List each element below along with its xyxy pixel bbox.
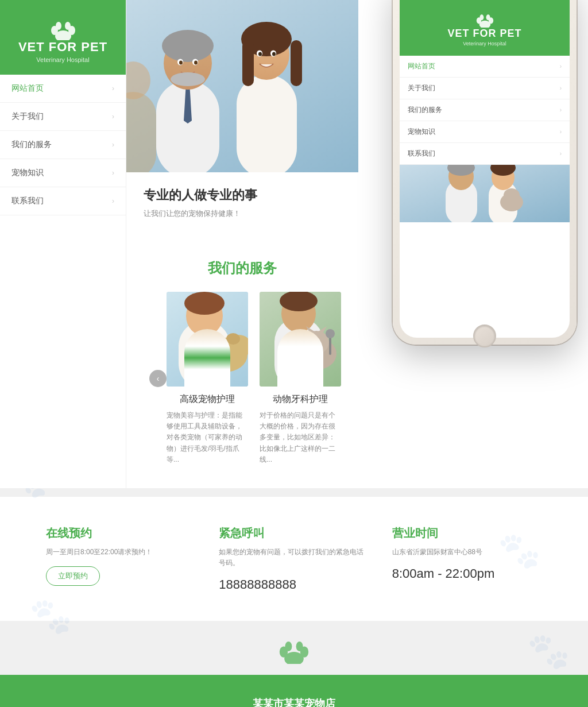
sidebar-logo: VET FOR PET Veterinary Hospital bbox=[0, 0, 126, 75]
emergency-text: 如果您的宠物有问题，可以拨打我们的紧急电话号码。 bbox=[219, 547, 369, 569]
service-name-1: 动物牙科护理 bbox=[260, 393, 341, 405]
service-desc-0: 宠物美容与护理：是指能够使用工具及辅助设备，对各类宠物（可家养的动物）进行毛发/… bbox=[167, 410, 248, 465]
phone-nav-home[interactable]: 网站首页› bbox=[400, 56, 570, 78]
svg-point-46 bbox=[479, 14, 483, 20]
service-image-0 bbox=[167, 292, 248, 387]
phone-home-button[interactable] bbox=[473, 324, 496, 347]
svg-point-38 bbox=[304, 331, 329, 354]
svg-rect-24 bbox=[126, 92, 156, 172]
service-card-1: 动物牙科护理 对于价格的问题只是有个大概的价格，因为存在很多变量，比如地区差异：… bbox=[260, 292, 341, 465]
hours-value: 8:00am - 22:00pm bbox=[392, 566, 542, 581]
phone-nav-about[interactable]: 关于我们› bbox=[400, 78, 570, 99]
logo-subtitle: Veterinary Hospital bbox=[36, 56, 89, 63]
svg-rect-48 bbox=[400, 165, 570, 222]
svg-point-13 bbox=[194, 61, 198, 65]
phone-nav-contact[interactable]: 联系我们› bbox=[400, 143, 570, 165]
service-card-0: 高级宠物护理 宠物美容与护理：是指能够使用工具及辅助设备，对各类宠物（可家养的动… bbox=[167, 292, 248, 465]
hero-image bbox=[126, 0, 358, 172]
mobile-mockup-column: VET FOR PET Veterinary Hospital 网站首页› 关于… bbox=[358, 0, 588, 488]
phone-nav-arrow-2: › bbox=[560, 107, 562, 113]
svg-point-32 bbox=[226, 333, 240, 345]
phone-nav-services[interactable]: 我们的服务› bbox=[400, 99, 570, 121]
nav-arrow-2: › bbox=[112, 141, 114, 149]
phone-nav-arrow-3: › bbox=[560, 129, 562, 135]
phone-nav-arrow-4: › bbox=[560, 150, 562, 157]
svg-point-22 bbox=[258, 52, 262, 56]
phone-hero-image bbox=[400, 165, 570, 222]
footer-logo-area: 某某市某某宠物店 Veterinary Hospital bbox=[11, 692, 577, 707]
nav-arrow-0: › bbox=[112, 84, 114, 92]
svg-rect-18 bbox=[242, 40, 254, 86]
svg-point-14 bbox=[171, 72, 205, 86]
nav-arrow-3: › bbox=[112, 169, 114, 177]
phone-logo: VET FOR PET Veterinary Hospital bbox=[400, 0, 570, 56]
hero-text-area: 专业的人做专业的事 让我们让您的宠物保持健康！ bbox=[126, 172, 358, 233]
svg-point-9 bbox=[162, 30, 214, 62]
svg-point-29 bbox=[184, 292, 225, 315]
emergency-title: 紧急呼叫 bbox=[219, 526, 369, 541]
svg-point-56 bbox=[504, 188, 520, 202]
services-grid: 高级宠物护理 宠物美容与护理：是指能够使用工具及辅助设备，对各类宠物（可家养的动… bbox=[167, 292, 341, 465]
logo-title: VET FOR PET bbox=[18, 40, 107, 54]
svg-point-42 bbox=[326, 329, 335, 338]
info-hours: 营业时间 山东省沂蒙国际财富中心88号 8:00am - 22:00pm bbox=[392, 526, 542, 592]
appointment-title: 在线预约 bbox=[46, 526, 196, 541]
hero-tagline: 专业的人做专业的事 bbox=[144, 187, 341, 204]
phone-content: VET FOR PET Veterinary Hospital 网站首页› 关于… bbox=[400, 0, 570, 323]
nav-item-contact[interactable]: 联系我们› bbox=[0, 187, 126, 215]
phone-logo-subtitle: Veterinary Hospital bbox=[463, 41, 506, 47]
phone-nav: 网站首页› 关于我们› 我们的服务› 宠物知识› bbox=[400, 56, 570, 165]
svg-point-47 bbox=[486, 14, 490, 20]
nav-arrow-1: › bbox=[112, 113, 114, 121]
nav-item-knowledge[interactable]: 宠物知识› bbox=[0, 159, 126, 187]
hours-address: 山东省沂蒙国际财富中心88号 bbox=[392, 547, 542, 558]
service-name-0: 高级宠物护理 bbox=[167, 393, 248, 405]
nav-item-services[interactable]: 我们的服务› bbox=[0, 131, 126, 159]
service-image-1 bbox=[260, 292, 341, 387]
service-desc-1: 对于价格的问题只是有个大概的价格，因为存在很多变量，比如地区差异：比如像北上广这… bbox=[260, 410, 341, 465]
nav-arrow-4: › bbox=[112, 197, 114, 205]
nav-menu: 网站首页› 关于我们› 我们的服务› 宠物知识› 联系我们› bbox=[0, 75, 126, 215]
services-section: 我们的服务 ‹ bbox=[126, 242, 358, 488]
footer-store-name: 某某市某某宠物店 bbox=[253, 697, 335, 707]
sidebar: VET FOR PET Veterinary Hospital 网站首页› 关于… bbox=[0, 0, 126, 488]
phone-nav-arrow-0: › bbox=[560, 63, 562, 69]
phone-screen: VET FOR PET Veterinary Hospital 网站首页› 关于… bbox=[400, 0, 570, 338]
carousel-prev-button[interactable]: ‹ bbox=[149, 370, 167, 387]
info-appointment: 在线预约 周一至周日8:00至22:00请求预约！ 立即预约 bbox=[46, 526, 196, 592]
phone-nav-knowledge[interactable]: 宠物知识› bbox=[400, 121, 570, 143]
svg-point-60 bbox=[285, 642, 292, 651]
svg-rect-15 bbox=[237, 75, 297, 172]
nav-item-home[interactable]: 网站首页› bbox=[0, 75, 126, 103]
nav-item-about[interactable]: 关于我们› bbox=[0, 103, 126, 131]
svg-point-23 bbox=[272, 52, 276, 56]
hours-title: 营业时间 bbox=[392, 526, 542, 541]
phone-logo-title: VET FOR PET bbox=[447, 28, 521, 40]
logo-paw-icon bbox=[49, 14, 78, 40]
svg-point-61 bbox=[296, 642, 303, 651]
services-title: 我们的服务 bbox=[144, 259, 341, 277]
appointment-text: 周一至周日8:00至22:00请求预约！ bbox=[46, 547, 196, 558]
phone-mockup: VET FOR PET Veterinary Hospital 网站首页› 关于… bbox=[393, 0, 577, 345]
footer: 某某市某某宠物店 Veterinary Hospital Copyright ©… bbox=[0, 675, 588, 707]
svg-point-4 bbox=[65, 22, 71, 30]
svg-point-3 bbox=[56, 22, 61, 30]
info-emergency: 紧急呼叫 如果您的宠物有问题，可以拨打我们的紧急电话号码。 1888888888… bbox=[219, 526, 369, 592]
svg-point-12 bbox=[179, 61, 183, 65]
footer-paw-separator bbox=[0, 621, 588, 666]
phone-nav-arrow-1: › bbox=[560, 85, 562, 91]
appointment-button[interactable]: 立即预约 bbox=[46, 566, 100, 586]
hero-sub: 让我们让您的宠物保持健康！ bbox=[144, 208, 341, 219]
emergency-phone: 18888888888 bbox=[219, 577, 369, 592]
svg-rect-27 bbox=[179, 320, 230, 387]
info-section: 在线预约 周一至周日8:00至22:00请求预约！ 立即预约 紧急呼叫 如果您的… bbox=[0, 497, 588, 621]
svg-rect-19 bbox=[291, 40, 302, 86]
